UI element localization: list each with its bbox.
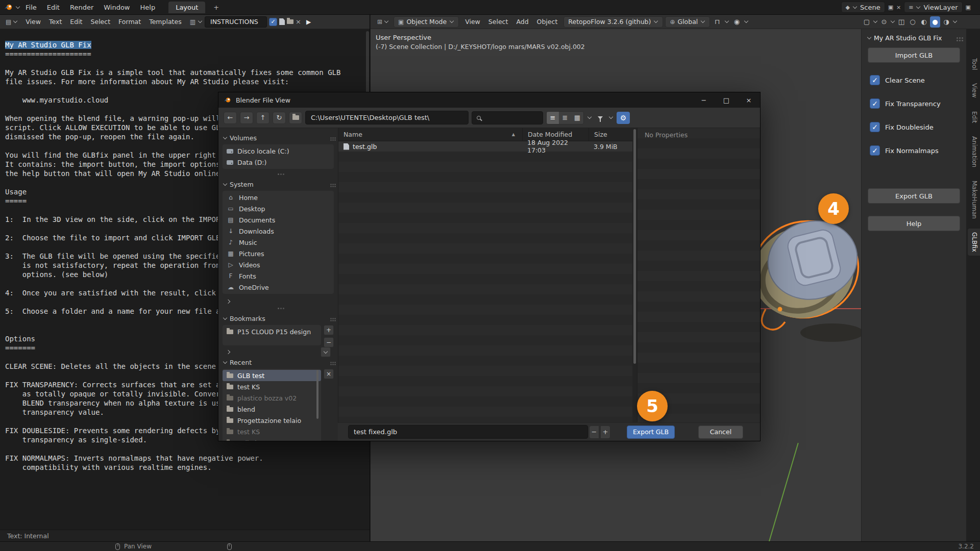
add-workspace-button[interactable]: + xyxy=(210,4,222,11)
menu-item[interactable]: Templates xyxy=(145,18,186,26)
snap-magnet-icon[interactable]: ⊓ xyxy=(712,16,722,28)
filename-decrement-button[interactable]: − xyxy=(589,425,599,439)
new-text-icon[interactable] xyxy=(279,18,285,25)
option-checkbox[interactable] xyxy=(870,75,880,85)
close-button[interactable]: × xyxy=(738,92,760,108)
option-checkbox[interactable] xyxy=(870,122,880,132)
search-box[interactable] xyxy=(472,111,543,124)
filename-increment-button[interactable]: + xyxy=(600,425,610,439)
system-section-header[interactable]: System xyxy=(223,179,334,190)
export-glb-confirm-button[interactable]: Export GLB xyxy=(627,425,675,439)
cancel-button[interactable]: Cancel xyxy=(698,425,743,439)
back-button[interactable]: ← xyxy=(224,112,237,124)
proportional-editing-icon[interactable]: ◉ xyxy=(731,16,742,28)
bookmark-item[interactable]: P15 CLOUD P15 design xyxy=(223,326,321,337)
option-checkbox[interactable] xyxy=(870,98,880,109)
file-rows[interactable]: test.glb 18 Aug 2022 17:03 3.9 MiB xyxy=(338,141,632,441)
up-button[interactable]: ↑ xyxy=(256,112,270,124)
menu-item[interactable]: Object xyxy=(533,18,562,26)
sidebar-tab[interactable]: View xyxy=(968,80,980,101)
menu-item[interactable]: Edit xyxy=(42,4,65,11)
sidebar-tab[interactable]: GLBfix xyxy=(968,229,980,256)
menu-item[interactable]: Text xyxy=(45,18,66,26)
menu-item[interactable]: View xyxy=(461,18,484,26)
file-list-scrollbar[interactable] xyxy=(632,128,637,441)
recent-item[interactable]: test KS xyxy=(223,426,321,437)
menu-item[interactable]: Window xyxy=(99,4,135,11)
display-thumbnails-button[interactable]: ▦ xyxy=(571,112,583,124)
column-size[interactable]: Size xyxy=(589,128,632,141)
viewlayer-selector[interactable]: ≡ ViewLayer xyxy=(904,2,962,13)
system-item[interactable]: Pictures xyxy=(223,248,334,259)
bookmarks-specials-button[interactable] xyxy=(321,347,331,357)
export-glb-panel-button[interactable]: Export GLB xyxy=(868,188,960,204)
workspace-tab-layout[interactable]: Layout xyxy=(168,2,205,13)
system-item[interactable]: Downloads xyxy=(223,226,334,237)
recent-item[interactable]: Progettazione telaio xyxy=(223,415,321,426)
recent-item[interactable]: test KS xyxy=(223,381,321,392)
orientation-dropdown[interactable]: ⊕ Global xyxy=(665,16,710,28)
section-resize-grip[interactable] xyxy=(223,306,334,313)
menu-item[interactable]: Select xyxy=(484,18,512,26)
system-item[interactable]: Desktop xyxy=(223,203,334,214)
recent-section-header[interactable]: Recent xyxy=(223,357,334,368)
3d-model-selected[interactable] xyxy=(750,204,868,357)
shading-wireframe-button[interactable]: ○ xyxy=(908,16,918,28)
filename-input[interactable] xyxy=(348,425,588,439)
system-item[interactable]: Documents xyxy=(223,214,334,226)
text-name-field[interactable]: INSTRUCTIONS xyxy=(205,16,267,28)
shading-solid-button[interactable]: ◐ xyxy=(919,16,929,28)
system-item[interactable]: Videos xyxy=(223,259,334,270)
refresh-button[interactable]: ↻ xyxy=(273,112,286,124)
display-list-vertical-button[interactable]: ≡ xyxy=(547,112,559,124)
settings-gear-button[interactable]: ⚙ xyxy=(617,112,630,124)
menu-item[interactable]: File xyxy=(20,4,42,11)
sidebar-tab[interactable]: MakeHuman xyxy=(968,177,980,222)
system-item[interactable]: Music xyxy=(223,237,334,248)
volume-item[interactable]: Disco locale (C:) xyxy=(223,145,334,157)
import-glb-button[interactable]: Import GLB xyxy=(868,47,960,63)
filter-settings-chevron-icon[interactable] xyxy=(609,115,613,119)
forward-button[interactable]: → xyxy=(240,112,253,124)
menu-item[interactable]: Select xyxy=(87,18,115,26)
blender-logo-icon[interactable] xyxy=(4,4,13,11)
clear-recent-button[interactable]: × xyxy=(324,369,334,379)
new-viewlayer-icon[interactable]: ▣ xyxy=(966,4,971,11)
shading-rendered-button[interactable]: ◑ xyxy=(941,16,951,28)
sidebar-tab[interactable]: Tool xyxy=(968,55,980,73)
glbfix-panel-header[interactable]: My AR Studio GLB Fix xyxy=(867,32,961,43)
recent-item[interactable]: blend xyxy=(223,404,321,415)
sidebar-tab[interactable]: Animation xyxy=(968,133,980,171)
path-input[interactable] xyxy=(305,111,469,124)
menu-item[interactable]: View xyxy=(21,18,45,26)
recent-item[interactable]: GLB test xyxy=(223,370,321,381)
column-name[interactable]: Name ▲ xyxy=(338,131,522,138)
mode-dropdown[interactable]: ▣ Object Mode xyxy=(394,16,459,28)
system-more-row[interactable] xyxy=(223,297,334,306)
shading-material-button[interactable]: ● xyxy=(930,16,940,28)
system-item[interactable]: Fonts xyxy=(223,270,334,282)
menu-item[interactable]: Edit xyxy=(66,18,86,26)
dialog-titlebar[interactable]: Blender File View − □ × xyxy=(218,92,760,108)
volumes-section-header[interactable]: Volumes xyxy=(223,132,334,143)
run-script-button[interactable]: ▶ xyxy=(303,18,314,26)
create-folder-button[interactable] xyxy=(289,112,302,124)
menu-item[interactable]: Help xyxy=(135,4,161,11)
scene-selector[interactable]: ◆ Scene xyxy=(841,2,885,13)
minimize-button[interactable]: − xyxy=(693,92,715,108)
system-item[interactable]: Home xyxy=(223,192,334,203)
search-input[interactable] xyxy=(484,114,535,121)
menu-item[interactable]: Render xyxy=(65,4,99,11)
show-gizmo-icon[interactable]: ▢ xyxy=(862,16,872,28)
add-bookmark-button[interactable]: + xyxy=(324,325,334,335)
unlink-text-icon[interactable]: × xyxy=(296,18,301,26)
bookmarks-section-header[interactable]: Bookmarks xyxy=(223,313,334,324)
section-resize-grip[interactable] xyxy=(223,172,334,179)
show-overlays-icon[interactable]: ⊙ xyxy=(879,16,889,28)
system-item[interactable]: OneDrive xyxy=(223,282,334,293)
filter-button[interactable] xyxy=(595,112,605,123)
menu-item[interactable]: Format xyxy=(114,18,145,26)
help-button[interactable]: Help xyxy=(868,216,960,231)
editor-type-button[interactable]: ⊞ xyxy=(375,18,391,26)
display-settings-chevron-icon[interactable] xyxy=(587,115,592,119)
